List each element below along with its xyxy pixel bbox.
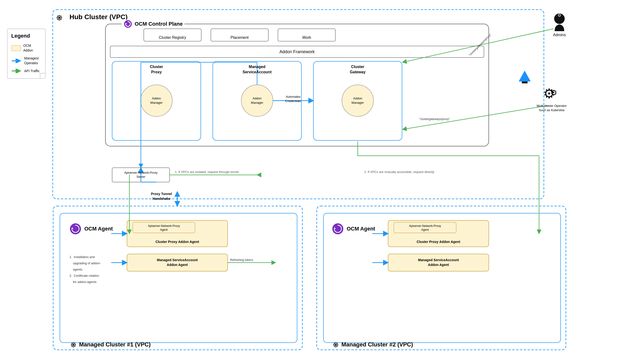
refreshing-tokens-label: Refreshing tokens xyxy=(230,258,253,262)
boat-icon xyxy=(518,70,532,84)
vpc-accessible-label: 2. If VPCs are mutually accessible, requ… xyxy=(364,170,434,174)
clustergateways-proxy-label-bottom: "clustergateways/proxy" xyxy=(419,118,450,121)
operator-icon: ⚙ ⚙ xyxy=(542,86,561,103)
operator-figure: ⚙ ⚙ Multi-cluster OperatorSuch as KubeVe… xyxy=(537,86,566,112)
svg-rect-54 xyxy=(522,82,528,84)
mc1-apiserver-sub: Apiserver-Network-ProxyAgent xyxy=(133,223,195,233)
vpc-isolated-label: 1. If VPCs are isolated, request through… xyxy=(175,170,239,174)
mc1-info: 1. Installation and upgrading of addon- … xyxy=(70,254,101,285)
admins-label: Admins xyxy=(551,33,568,37)
admins-figure: ⚙ Admins xyxy=(551,12,568,37)
managed-sa-title: ManagedServiceAccount xyxy=(213,64,302,75)
placement-box: Placement xyxy=(211,32,268,44)
svg-text:⚙: ⚙ xyxy=(558,13,561,18)
cluster-proxy-addon-manager: AddonManager xyxy=(141,85,172,116)
mc2-label-text: Managed Cluster #2 (VPC) xyxy=(342,341,413,348)
proxy-tunnel-label: Proxy TunnelHandshake xyxy=(151,192,172,201)
addon-framework-label: Addon Framework xyxy=(110,46,484,58)
automates-credentials-label: AutomatesCredentials xyxy=(273,95,314,103)
hub-cluster-label: Hub Cluster (VPC) xyxy=(70,13,128,21)
ocm-cp-title-text: OCM Control Plane xyxy=(135,21,182,27)
mc2-agent-title: OCM Agent xyxy=(347,226,375,232)
mc1-ocm-agent: OCM Agent xyxy=(70,223,113,235)
work-box: Work xyxy=(278,32,336,44)
kubernetes-icon-mc2: ⎈ xyxy=(333,339,338,350)
svg-marker-53 xyxy=(519,71,531,82)
cluster-gw-title: ClusterGateway xyxy=(314,64,402,75)
svg-text:⚙: ⚙ xyxy=(550,88,557,97)
cluster-proxy-title: ClusterProxy xyxy=(112,64,201,75)
mc1-cluster-proxy-addon-agent: Cluster Proxy Addon Agent xyxy=(127,237,228,247)
mc2-cluster-proxy-addon-agent: Cluster Proxy Addon Agent xyxy=(388,237,489,247)
ocm-cp-title: OCM Control Plane xyxy=(122,20,184,28)
admins-icon: ⚙ xyxy=(551,12,568,31)
mc2-ocm-agent: OCM Agent xyxy=(332,223,375,235)
ocm-refresh-icon xyxy=(124,20,132,28)
ocm-icon-mc1 xyxy=(70,223,82,235)
cluster-gw-addon-manager: AddonManager xyxy=(342,85,374,116)
ocm-icon-mc2 xyxy=(332,223,344,235)
mc2-label: ⎈ Managed Cluster #2 (VPC) xyxy=(333,339,413,350)
boat-figure xyxy=(518,70,532,84)
mc1-managed-sa-addon-agent: Managed ServiceAccountAddon Agent xyxy=(127,254,228,271)
kubernetes-icon-mc1: ⎈ xyxy=(71,339,76,350)
managed-sa-addon-manager: AddonManager xyxy=(241,85,273,116)
mc1-label-text: Managed Cluster #1 (VPC) xyxy=(79,341,151,348)
mc1-label: ⎈ Managed Cluster #1 (VPC) xyxy=(71,339,151,350)
kubernetes-icon-hub: ⎈ xyxy=(56,12,62,23)
apiserver-server-box: Apiserver-Network-ProxyServer xyxy=(112,168,170,182)
mc1-agent-title: OCM Agent xyxy=(84,226,113,232)
mc2-apiserver-sub: Apiserver-Network-ProxyAgent xyxy=(394,223,456,233)
operator-label: Multi-cluster OperatorSuch as KubeVela xyxy=(537,104,566,112)
mc2-managed-sa-addon-agent: Managed ServiceAccountAddon Agent xyxy=(388,254,489,271)
cluster-registry-box: Cluster Registry xyxy=(144,32,201,44)
